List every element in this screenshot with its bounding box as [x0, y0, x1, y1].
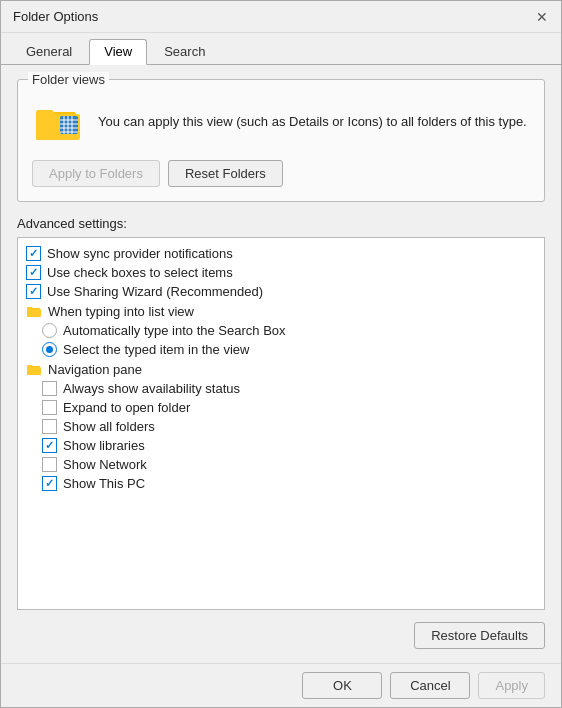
folder-icon	[32, 96, 84, 148]
label-avail-status: Always show availability status	[63, 381, 240, 396]
setting-typing-header: When typing into list view	[18, 301, 544, 321]
folder-tree-icon-typing	[26, 303, 42, 319]
setting-all-folders[interactable]: Show all folders	[18, 417, 544, 436]
setting-avail-status[interactable]: Always show availability status	[18, 379, 544, 398]
reset-folders-button[interactable]: Reset Folders	[168, 160, 283, 187]
apply-button[interactable]: Apply	[478, 672, 545, 699]
advanced-settings-label: Advanced settings:	[17, 216, 545, 231]
label-sync-notify: Show sync provider notifications	[47, 246, 233, 261]
label-libraries: Show libraries	[63, 438, 145, 453]
label-all-folders: Show all folders	[63, 419, 155, 434]
checkbox-avail-status[interactable]	[42, 381, 57, 396]
restore-defaults-button[interactable]: Restore Defaults	[414, 622, 545, 649]
folder-views-group: Folder views	[17, 79, 545, 202]
restore-defaults-row: Restore Defaults	[17, 622, 545, 649]
setting-sharing-wizard[interactable]: Use Sharing Wizard (Recommended)	[18, 282, 544, 301]
checkbox-sync-notify[interactable]	[26, 246, 41, 261]
setting-nav-pane-header: Navigation pane	[18, 359, 544, 379]
label-auto-search: Automatically type into the Search Box	[63, 323, 286, 338]
svg-rect-1	[60, 116, 78, 134]
setting-auto-search[interactable]: Automatically type into the Search Box	[18, 321, 544, 340]
setting-select-typed[interactable]: Select the typed item in the view	[18, 340, 544, 359]
checkbox-sharing-wizard[interactable]	[26, 284, 41, 299]
folder-tree-icon-nav	[26, 361, 42, 377]
title-bar: Folder Options ✕	[1, 1, 561, 33]
dialog-title: Folder Options	[13, 9, 98, 24]
settings-list[interactable]: Show sync provider notifications Use che…	[18, 238, 544, 609]
checkbox-checkboxes[interactable]	[26, 265, 41, 280]
label-this-pc: Show This PC	[63, 476, 145, 491]
folder-views-buttons: Apply to Folders Reset Folders	[32, 160, 530, 187]
folder-views-content: You can apply this view (such as Details…	[32, 96, 530, 148]
main-content: Folder views	[1, 65, 561, 663]
label-select-typed: Select the typed item in the view	[63, 342, 249, 357]
label-expand-folder: Expand to open folder	[63, 400, 190, 415]
apply-to-folders-button[interactable]: Apply to Folders	[32, 160, 160, 187]
ok-button[interactable]: OK	[302, 672, 382, 699]
folder-options-dialog: Folder Options ✕ General View Search Fol…	[0, 0, 562, 708]
setting-this-pc[interactable]: Show This PC	[18, 474, 544, 493]
radio-select-typed[interactable]	[42, 342, 57, 357]
setting-expand-folder[interactable]: Expand to open folder	[18, 398, 544, 417]
label-network: Show Network	[63, 457, 147, 472]
radio-auto-search[interactable]	[42, 323, 57, 338]
tab-search[interactable]: Search	[149, 39, 220, 64]
label-typing-header: When typing into list view	[48, 304, 194, 319]
setting-checkboxes[interactable]: Use check boxes to select items	[18, 263, 544, 282]
checkbox-libraries[interactable]	[42, 438, 57, 453]
label-nav-pane-header: Navigation pane	[48, 362, 142, 377]
checkbox-network[interactable]	[42, 457, 57, 472]
footer-buttons: OK Cancel Apply	[302, 672, 545, 699]
advanced-settings-box: Show sync provider notifications Use che…	[17, 237, 545, 610]
folder-views-label: Folder views	[28, 72, 109, 87]
setting-sync-notify[interactable]: Show sync provider notifications	[18, 244, 544, 263]
folder-views-description: You can apply this view (such as Details…	[98, 113, 530, 131]
checkbox-all-folders[interactable]	[42, 419, 57, 434]
setting-libraries[interactable]: Show libraries	[18, 436, 544, 455]
dialog-footer: OK Cancel Apply	[1, 663, 561, 707]
cancel-button[interactable]: Cancel	[390, 672, 470, 699]
tab-bar: General View Search	[1, 33, 561, 65]
tab-view[interactable]: View	[89, 39, 147, 65]
label-sharing-wizard: Use Sharing Wizard (Recommended)	[47, 284, 263, 299]
setting-network[interactable]: Show Network	[18, 455, 544, 474]
checkbox-this-pc[interactable]	[42, 476, 57, 491]
checkbox-expand-folder[interactable]	[42, 400, 57, 415]
close-button[interactable]: ✕	[531, 6, 553, 28]
label-checkboxes: Use check boxes to select items	[47, 265, 233, 280]
tab-general[interactable]: General	[11, 39, 87, 64]
